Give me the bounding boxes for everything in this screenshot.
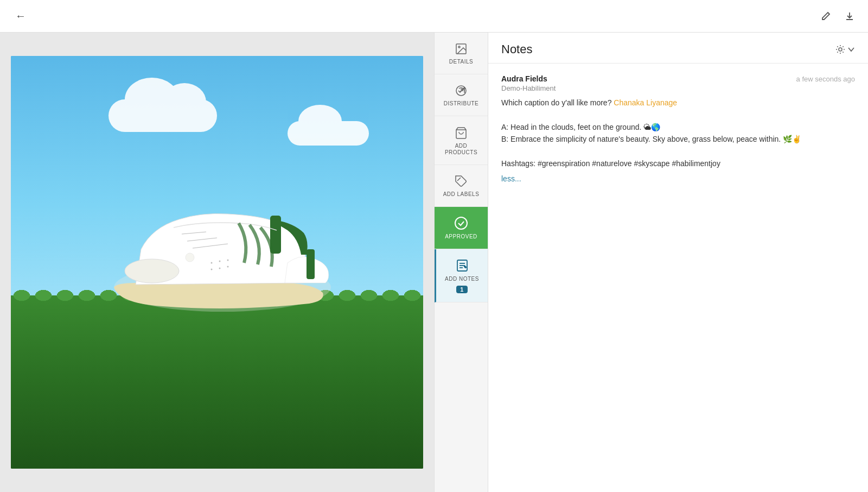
top-bar: ← <box>0 0 868 33</box>
product-image <box>11 56 423 469</box>
note-org: Demo-Habiliment <box>501 84 855 92</box>
svg-line-17 <box>459 89 463 92</box>
svg-point-8 <box>219 261 221 262</box>
svg-point-15 <box>458 46 460 48</box>
sneaker-illustration <box>81 179 353 320</box>
notes-badge: 1 <box>456 286 468 293</box>
gear-icon <box>835 45 845 54</box>
bag-icon <box>455 125 468 139</box>
image-icon <box>455 41 468 55</box>
svg-line-20 <box>457 178 461 181</box>
svg-point-11 <box>219 268 221 269</box>
note-mention[interactable]: Chanaka Liyanage <box>614 98 677 107</box>
sidebar-approved-label: APPROVED <box>445 234 477 240</box>
svg-point-10 <box>211 269 213 270</box>
sidebar-item-distribute[interactable]: DISTRIBUTE <box>435 74 488 116</box>
label-icon <box>455 174 468 188</box>
note-hashtags: Hashtags: #greenspiration #naturelove #s… <box>501 159 720 168</box>
notes-title: Notes <box>501 42 532 56</box>
svg-point-9 <box>227 260 229 261</box>
notes-settings-button[interactable] <box>835 45 855 54</box>
sidebar-add-products-label: ADDPRODUCTS <box>445 143 477 156</box>
top-bar-left: ← <box>11 8 30 24</box>
svg-point-6 <box>186 253 194 262</box>
svg-point-7 <box>211 262 213 264</box>
check-circle-icon <box>454 216 468 230</box>
note-time: a few seconds ago <box>796 75 855 83</box>
svg-point-21 <box>455 217 467 229</box>
notes-icon <box>455 258 469 273</box>
sidebar-item-add-notes[interactable]: ADD NOTES 1 <box>435 249 488 302</box>
notes-content: Audra Fields a few seconds ago Demo-Habi… <box>488 64 868 492</box>
note-less-link[interactable]: less... <box>501 173 855 185</box>
sidebar-details-label: DETAILS <box>449 59 473 65</box>
notes-header: Notes <box>488 33 868 64</box>
notes-panel: Notes Audra Fields a few seconds ago Dem… <box>488 33 868 492</box>
back-button[interactable]: ← <box>11 8 30 24</box>
note-author: Audra Fields <box>501 74 547 83</box>
edit-button[interactable] <box>818 8 833 24</box>
sidebar: DETAILS DISTRIBUTE <box>434 33 488 492</box>
note-meta: Audra Fields a few seconds ago <box>501 74 855 83</box>
note-entry: Audra Fields a few seconds ago Demo-Habi… <box>501 74 855 185</box>
distribute-icon <box>455 83 468 97</box>
image-area <box>0 33 434 492</box>
sidebar-item-approved[interactable]: APPROVED <box>435 207 488 249</box>
svg-point-12 <box>227 266 229 268</box>
hedge-bg <box>11 295 423 469</box>
download-button[interactable] <box>842 8 857 24</box>
sidebar-distribute-label: DISTRIBUTE <box>444 100 478 107</box>
main-content: DETAILS DISTRIBUTE <box>0 33 868 492</box>
cloud-1 <box>108 99 217 132</box>
sidebar-add-notes-label: ADD NOTES <box>445 276 479 282</box>
note-caption-question: Which caption do y'all like more? Chanak… <box>501 97 855 185</box>
sidebar-add-labels-label: ADD LABELS <box>443 191 480 198</box>
sidebar-item-details[interactable]: DETAILS <box>435 33 488 74</box>
note-body: A: Head in the clouds, feet on the groun… <box>501 123 801 143</box>
chevron-down-icon <box>847 46 855 53</box>
svg-point-5 <box>125 259 179 283</box>
svg-point-26 <box>839 48 842 51</box>
top-bar-right <box>818 8 857 24</box>
sidebar-item-add-products[interactable]: ADDPRODUCTS <box>435 116 488 165</box>
cloud-2 <box>288 121 369 146</box>
svg-rect-13 <box>307 249 315 279</box>
note-text-before: Which caption do y'all like more? <box>501 98 614 107</box>
sidebar-item-add-labels[interactable]: ADD LABELS <box>435 165 488 207</box>
